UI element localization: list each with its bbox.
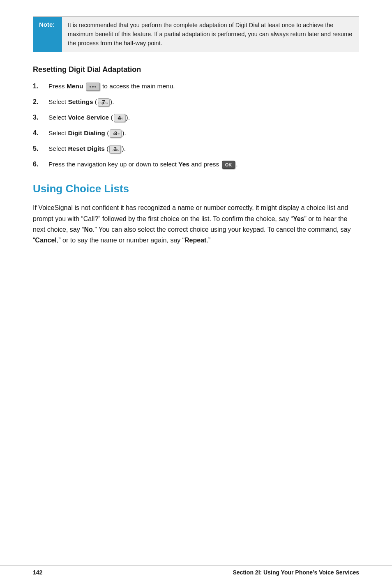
step-3-number: 3. bbox=[33, 113, 48, 122]
step-5: 5. Select Reset Digits (2ABC). bbox=[33, 144, 359, 154]
step-5-text: Select Reset Digits (2ABC). bbox=[48, 144, 359, 153]
step-2-number: 2. bbox=[33, 97, 48, 107]
step-3-text: Select Voice Service (4GHI). bbox=[48, 113, 359, 122]
note-box: Note: It is recommended that you perform… bbox=[33, 16, 359, 52]
step-3: 3. Select Voice Service (4GHI). bbox=[33, 113, 359, 122]
step-4-text: Select Digit Dialing (3DEF). bbox=[48, 128, 359, 138]
step-2: 2. Select Settings (7PQRS). bbox=[33, 97, 359, 107]
step-1-text: Press Menu to access the main menu. bbox=[48, 81, 359, 91]
step-1: 1. Press Menu to access the main menu. bbox=[33, 81, 359, 91]
key-3-icon: 3DEF bbox=[110, 129, 121, 138]
choice-bold-no: No bbox=[84, 226, 93, 233]
choice-bold-repeat: Repeat bbox=[184, 237, 206, 244]
step-6: 6. Press the navigation key up or down t… bbox=[33, 159, 359, 169]
key-7-icon: 7PQRS bbox=[98, 98, 109, 106]
step-5-bold: Reset Digits bbox=[68, 145, 105, 152]
choice-text-5: .” bbox=[206, 237, 210, 244]
step-3-bold: Voice Service bbox=[68, 114, 109, 121]
note-label: Note: bbox=[33, 17, 62, 52]
note-content: It is recommended that you perform the c… bbox=[62, 17, 359, 52]
step-6-number: 6. bbox=[33, 159, 48, 169]
step-1-number: 1. bbox=[33, 81, 48, 91]
step-2-text: Select Settings (7PQRS). bbox=[48, 97, 359, 106]
choice-bold-cancel: Cancel bbox=[35, 237, 56, 244]
step-5-number: 5. bbox=[33, 144, 48, 154]
step-4: 4. Select Digit Dialing (3DEF). bbox=[33, 128, 359, 138]
step-6-text: Press the navigation key up or down to s… bbox=[48, 159, 359, 169]
ok-key-icon: OK bbox=[222, 161, 235, 169]
step-6-bold: Yes bbox=[178, 161, 189, 168]
choice-text-4: ,” or to say the name or number again, s… bbox=[57, 237, 184, 244]
menu-key-icon bbox=[86, 83, 100, 91]
step-2-bold: Settings bbox=[68, 98, 93, 105]
footer: 142 Section 2I: Using Your Phone’s Voice… bbox=[0, 565, 392, 576]
using-choice-lists-title: Using Choice Lists bbox=[33, 182, 359, 195]
section-heading: Resetting Digit Dial Adaptation bbox=[33, 65, 359, 74]
choice-lists-body: If VoiceSignal is not confident it has r… bbox=[33, 203, 359, 246]
step-4-number: 4. bbox=[33, 128, 48, 138]
footer-section-label: Section 2I: Using Your Phone’s Voice Ser… bbox=[233, 569, 359, 576]
step-1-bold: Menu bbox=[67, 83, 83, 90]
key-4-icon: 4GHI bbox=[114, 114, 125, 122]
dots-icon bbox=[90, 86, 96, 88]
steps-list: 1. Press Menu to access the main menu. 2… bbox=[33, 81, 359, 169]
footer-page-number: 142 bbox=[33, 569, 42, 576]
choice-bold-yes: Yes bbox=[293, 215, 304, 222]
key-2-icon: 2ABC bbox=[109, 145, 121, 153]
step-4-bold: Digit Dialing bbox=[68, 129, 105, 136]
